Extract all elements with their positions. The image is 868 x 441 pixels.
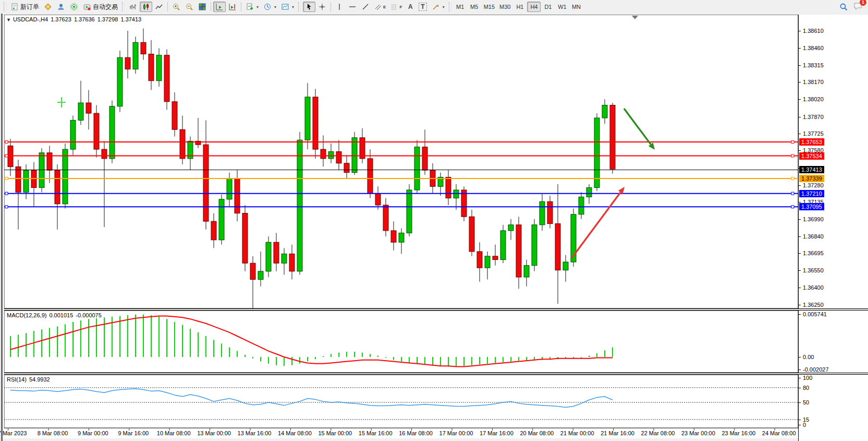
rsi-tick xyxy=(799,378,801,378)
vertical-line-icon xyxy=(335,3,344,11)
rsi-tick xyxy=(799,388,801,388)
vertical-line-button[interactable] xyxy=(333,2,346,12)
toolbar-grip[interactable] xyxy=(449,2,451,11)
rsi-tick xyxy=(799,425,801,425)
arrows-tool-button[interactable] xyxy=(430,2,447,12)
mql5-market-button[interactable] xyxy=(42,2,54,12)
timeframe-button-w1[interactable]: W1 xyxy=(555,2,569,12)
line-chart-button[interactable] xyxy=(153,2,165,12)
chart-title: ▼USDCAD-,H41.376231.376361.372981.37413 xyxy=(6,16,144,22)
toolbar-separator xyxy=(331,2,331,11)
pane-splitter[interactable] xyxy=(4,308,868,311)
periods-button[interactable] xyxy=(261,2,278,12)
timeframe-button-m5[interactable]: M5 xyxy=(468,2,481,12)
fibonacci-icon xyxy=(390,3,398,11)
crosshair-button[interactable] xyxy=(316,2,328,12)
price-tick-label: 1.36400 xyxy=(803,284,824,291)
price-badge: 1.37534 xyxy=(799,152,824,160)
text-label-button[interactable]: T xyxy=(417,2,429,12)
price-badge: 1.37339 xyxy=(799,175,824,182)
gold-diamond-icon xyxy=(44,3,52,11)
signals-button[interactable] xyxy=(68,2,80,12)
price-tick-label: 1.36840 xyxy=(803,233,824,240)
template-icon xyxy=(281,3,289,11)
timeframe-button-m30[interactable]: M30 xyxy=(497,2,512,12)
price-tick-label: 1.37725 xyxy=(803,130,824,137)
price-badge: 1.37413 xyxy=(799,166,824,173)
toolbar-grip[interactable] xyxy=(4,2,6,11)
macd-indicator-label: MACD(12,26,9)0.001015-0.000075 xyxy=(7,312,102,318)
price-tick xyxy=(799,305,801,305)
ohlc-high: 1.37636 xyxy=(74,16,95,22)
auto-trading-icon xyxy=(83,3,91,11)
price-tick xyxy=(799,31,801,31)
price-tick xyxy=(799,117,801,117)
fibonacci-button[interactable]: F xyxy=(388,2,404,12)
community-button[interactable] xyxy=(55,2,67,12)
timeframe-button-m1[interactable]: M1 xyxy=(454,2,467,12)
indicators-button[interactable] xyxy=(243,2,261,12)
price-tick-label: 1.38020 xyxy=(803,96,824,102)
price-tick-label: 1.38460 xyxy=(803,45,824,51)
channel-icon xyxy=(374,3,382,11)
pane-splitter[interactable] xyxy=(4,373,868,375)
price-tick xyxy=(799,65,801,66)
price-badge: 1.37653 xyxy=(799,138,824,146)
person-icon xyxy=(57,3,65,11)
price-tick-label: 1.36550 xyxy=(803,267,824,273)
trendline-button[interactable] xyxy=(359,2,372,12)
new-order-button[interactable]: 新订单 xyxy=(8,2,41,12)
zoom-out-button[interactable] xyxy=(183,2,195,12)
timeframe-button-d1[interactable]: D1 xyxy=(541,2,555,12)
price-tick xyxy=(799,288,801,288)
equidistant-channel-button[interactable]: E xyxy=(372,2,388,12)
macd-tick-label: 0.00 xyxy=(803,354,814,360)
cursor-icon xyxy=(305,3,313,11)
fibonacci-glyph: F xyxy=(399,5,402,9)
rsi-tick-label: 80 xyxy=(803,385,809,391)
text-tool-glyph: A xyxy=(408,3,413,10)
price-axis[interactable]: 1.386101.384601.383151.381701.380201.378… xyxy=(798,15,868,441)
auto-trading-button[interactable]: 自动交易 xyxy=(81,2,120,12)
search-button[interactable] xyxy=(837,2,850,12)
macd-title: MACD(12,26,9) xyxy=(7,312,46,318)
arrows-tool-icon xyxy=(432,3,440,11)
price-tick xyxy=(799,48,801,49)
zoom-in-icon xyxy=(172,3,180,11)
chart-shift-button[interactable] xyxy=(226,2,239,12)
text-tool-button[interactable]: A xyxy=(405,2,416,12)
horizontal-line-button[interactable] xyxy=(346,2,359,12)
sonar-icon xyxy=(70,3,78,11)
toolbar-separator xyxy=(211,2,211,11)
new-order-icon xyxy=(10,3,19,11)
price-tick xyxy=(799,236,801,237)
chart-plot[interactable] xyxy=(4,15,798,438)
timeframe-button-m15[interactable]: M15 xyxy=(482,2,497,12)
candlestick-chart-button[interactable] xyxy=(140,2,152,12)
zoom-in-button[interactable] xyxy=(170,2,182,12)
timeframe-button-h4[interactable]: H4 xyxy=(527,2,541,12)
notification-badge: 1 xyxy=(860,0,866,6)
tile-windows-button[interactable] xyxy=(196,2,209,12)
price-tick-label: 1.38315 xyxy=(803,62,824,68)
time-label: 24 Mar 08:00 xyxy=(755,430,802,436)
timeframe-button-h1[interactable]: H1 xyxy=(513,2,527,12)
macd-tick xyxy=(799,370,801,370)
toolbar-grip[interactable] xyxy=(298,2,301,11)
cursor-button[interactable] xyxy=(303,2,315,12)
rsi-tick xyxy=(799,402,801,403)
auto-scroll-button[interactable] xyxy=(213,2,226,12)
price-badge: 1.37095 xyxy=(799,203,824,210)
toolbar-right-icons: 1 xyxy=(837,2,866,13)
toolbar-grip[interactable] xyxy=(122,2,125,11)
indicators-icon xyxy=(246,3,254,11)
templates-button[interactable] xyxy=(279,2,296,12)
notifications-button[interactable]: 1 xyxy=(853,2,863,13)
timeframe-button-mn[interactable]: MN xyxy=(569,2,583,12)
one-click-expander-icon[interactable]: ▼ xyxy=(6,17,11,22)
macd-tick xyxy=(799,357,801,357)
text-label-glyph: T xyxy=(419,3,426,11)
macd-tick-label: -0.002027 xyxy=(803,366,829,373)
window-left-edge xyxy=(0,14,4,441)
bar-chart-button[interactable] xyxy=(127,2,139,12)
